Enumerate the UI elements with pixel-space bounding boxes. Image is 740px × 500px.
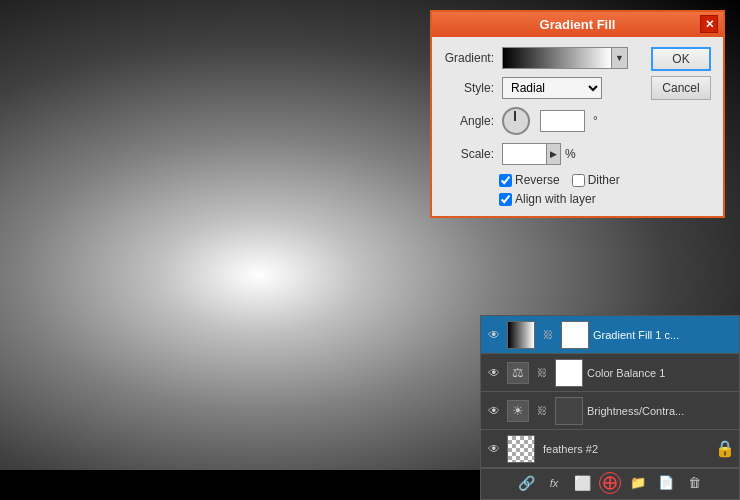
gradient-label: Gradient: bbox=[444, 51, 494, 65]
layer-row[interactable]: 👁 ⛓ Gradient Fill 1 c... bbox=[481, 316, 739, 354]
new-layer-button[interactable]: 📄 bbox=[655, 472, 677, 494]
dialog-title: Gradient Fill bbox=[540, 17, 616, 32]
gradient-preview[interactable] bbox=[502, 47, 612, 69]
dither-checkbox-label[interactable]: Dither bbox=[572, 173, 620, 187]
layer-name: feathers #2 bbox=[543, 443, 711, 455]
layer-name: Color Balance 1 bbox=[587, 367, 735, 379]
layer-link-icon: ⛓ bbox=[539, 326, 557, 344]
reverse-label: Reverse bbox=[515, 173, 560, 187]
angle-input[interactable]: 90 bbox=[540, 110, 585, 132]
angle-label: Angle: bbox=[444, 114, 494, 128]
layer-thumbnail bbox=[507, 321, 535, 349]
percent-symbol: % bbox=[565, 147, 576, 161]
scale-stepper[interactable]: ▶ bbox=[547, 143, 561, 165]
group-layers-button[interactable]: 📁 bbox=[627, 472, 649, 494]
cancel-button[interactable]: Cancel bbox=[651, 76, 711, 100]
layer-adjustment-icon: ⚖ bbox=[507, 362, 529, 384]
reverse-checkbox-label[interactable]: Reverse bbox=[499, 173, 560, 187]
dialog-titlebar: Gradient Fill ✕ bbox=[432, 12, 723, 37]
scale-input[interactable]: 150 bbox=[502, 143, 547, 165]
degree-symbol: ° bbox=[593, 114, 598, 128]
layer-visibility-icon[interactable]: 👁 bbox=[485, 402, 503, 420]
layer-row[interactable]: 👁 ⚖ ⛓ Color Balance 1 bbox=[481, 354, 739, 392]
layer-thumbnail bbox=[507, 435, 535, 463]
layer-row[interactable]: 👁 ☀ ⛓ Brightness/Contra... bbox=[481, 392, 739, 430]
layer-visibility-icon[interactable]: 👁 bbox=[485, 440, 503, 458]
style-select[interactable]: Linear Radial Angle Reflected Diamond bbox=[502, 77, 602, 99]
layer-lock-icon: 🔒 bbox=[715, 439, 735, 458]
align-layer-label: Align with layer bbox=[515, 192, 596, 206]
reverse-checkbox[interactable] bbox=[499, 174, 512, 187]
layer-visibility-icon[interactable]: 👁 bbox=[485, 364, 503, 382]
ok-button[interactable]: OK bbox=[651, 47, 711, 71]
align-layer-checkbox[interactable] bbox=[499, 193, 512, 206]
style-label: Style: bbox=[444, 81, 494, 95]
bottom-bar bbox=[0, 470, 480, 500]
layers-panel: 👁 ⛓ Gradient Fill 1 c... 👁 ⚖ ⛓ Color Bal… bbox=[480, 315, 740, 500]
dialog-close-button[interactable]: ✕ bbox=[700, 15, 718, 33]
gradient-fill-dialog: Gradient Fill ✕ Gradient: ▼ Style: Linea… bbox=[430, 10, 725, 218]
link-layers-button[interactable]: 🔗 bbox=[515, 472, 537, 494]
fx-button[interactable]: fx bbox=[543, 472, 565, 494]
layer-link-icon: ⛓ bbox=[533, 364, 551, 382]
angle-dial[interactable] bbox=[502, 107, 530, 135]
dither-label: Dither bbox=[588, 173, 620, 187]
layer-mask-thumbnail bbox=[555, 359, 583, 387]
layer-visibility-icon[interactable]: 👁 bbox=[485, 326, 503, 344]
layer-mask-thumbnail bbox=[561, 321, 589, 349]
dither-checkbox[interactable] bbox=[572, 174, 585, 187]
delete-layer-button[interactable]: 🗑 bbox=[683, 472, 705, 494]
new-adjustment-button[interactable] bbox=[599, 472, 621, 494]
layer-name: Brightness/Contra... bbox=[587, 405, 735, 417]
gradient-dropdown-button[interactable]: ▼ bbox=[612, 47, 628, 69]
layer-name: Gradient Fill 1 c... bbox=[593, 329, 735, 341]
layers-toolbar: 🔗 fx ⬜ 📁 📄 🗑 bbox=[481, 468, 739, 496]
dialog-buttons: OK Cancel bbox=[651, 47, 711, 206]
layer-mask-thumbnail bbox=[555, 397, 583, 425]
layer-link-icon: ⛓ bbox=[533, 402, 551, 420]
layer-adjustment-icon: ☀ bbox=[507, 400, 529, 422]
scale-label: Scale: bbox=[444, 147, 494, 161]
align-layer-checkbox-label[interactable]: Align with layer bbox=[499, 192, 643, 206]
layer-row[interactable]: 👁 feathers #2 🔒 bbox=[481, 430, 739, 468]
add-mask-button[interactable]: ⬜ bbox=[571, 472, 593, 494]
